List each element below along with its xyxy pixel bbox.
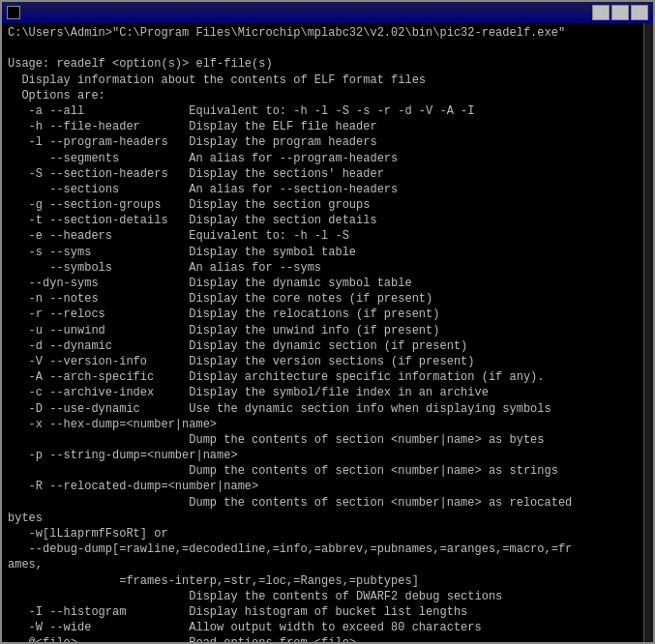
minimize-button[interactable] [592,5,610,20]
close-button[interactable] [631,5,648,20]
scrollbar[interactable] [643,23,653,642]
title-buttons [592,5,648,20]
window-icon [7,6,20,19]
content-area: C:\Users\Admin>"C:\Program Files\Microch… [2,23,653,642]
terminal-content: C:\Users\Admin>"C:\Program Files\Microch… [2,23,643,642]
window: C:\Users\Admin>"C:\Program Files\Microch… [0,0,655,644]
title-bar [2,2,653,23]
title-bar-left [7,6,25,19]
maximize-button[interactable] [611,5,629,20]
